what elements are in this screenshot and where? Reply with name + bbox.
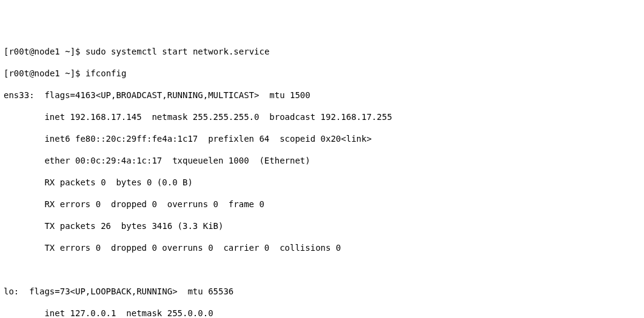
shell-prompt[interactable]: [r00t@node1 ~]$ [4,68,86,78]
prompt-host: node1 [35,47,60,56]
prompt-host: node1 [35,68,60,78]
blank-line [4,264,640,275]
prompt-user: r00t [8,68,29,78]
terminal-line: [r00t@node1 ~]$ ifconfig [4,68,640,79]
command-text: sudo systemctl start network.service [86,47,269,56]
command-text: ifconfig [86,68,126,78]
prompt-path: ~ [65,47,70,56]
shell-prompt[interactable]: [r00t@node1 ~]$ [4,47,86,56]
prompt-user: r00t [8,47,29,56]
ifconfig-output: inet 127.0.0.1 netmask 255.0.0.0 [4,308,640,318]
ifconfig-output: ens33: flags=4163<UP,BROADCAST,RUNNING,M… [4,90,640,101]
ifconfig-output: inet 192.168.17.145 netmask 255.255.255.… [4,111,640,122]
terminal-line: [r00t@node1 ~]$ sudo systemctl start net… [4,46,640,57]
prompt-path: ~ [65,68,70,78]
ifconfig-output: inet6 fe80::20c:29ff:fe4a:1c17 prefixlen… [4,133,640,144]
prompt-close: ]$ [70,68,81,78]
ifconfig-output: lo: flags=73<UP,LOOPBACK,RUNNING> mtu 65… [4,286,640,297]
ifconfig-output: ether 00:0c:29:4a:1c:17 txqueuelen 1000 … [4,155,640,166]
ifconfig-output: RX packets 0 bytes 0 (0.0 B) [4,177,640,188]
ifconfig-output: TX errors 0 dropped 0 overruns 0 carrier… [4,242,640,253]
ifconfig-output: RX errors 0 dropped 0 overruns 0 frame 0 [4,199,640,210]
ifconfig-output: TX packets 26 bytes 3416 (3.3 KiB) [4,220,640,231]
prompt-close: ]$ [70,47,81,56]
